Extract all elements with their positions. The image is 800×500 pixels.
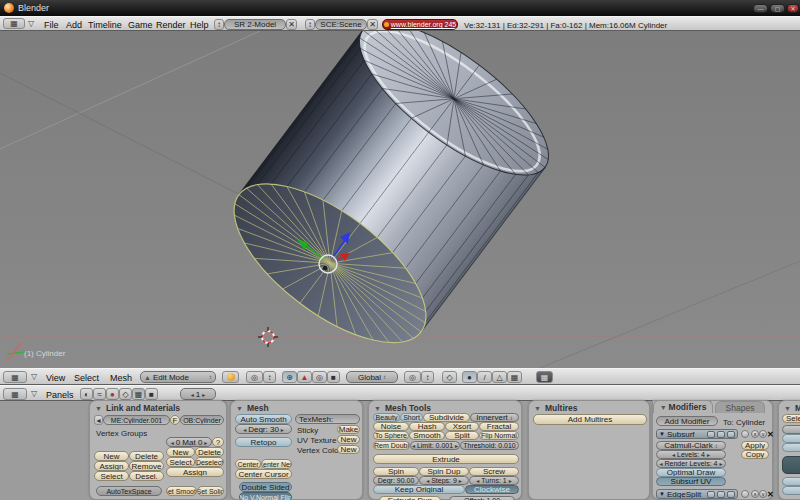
snap-icon[interactable]: ◇ [442, 371, 457, 383]
edgesplit-moveup-icon[interactable]: ∧ [751, 490, 759, 498]
to-sphere-button[interactable]: To Sphere [373, 431, 409, 440]
context-editing-icon[interactable]: ▦ [132, 388, 145, 400]
menu-mesh[interactable]: Mesh [110, 373, 132, 383]
menu-select[interactable]: Select [74, 373, 99, 383]
menu-file[interactable]: File [44, 20, 59, 30]
frame-increment-icon[interactable]: ▸ [202, 391, 205, 398]
rem-doubles-button[interactable]: Rem Doubl [373, 441, 410, 450]
no-vnormal-flip-toggle[interactable]: No V.Normal Flip [239, 492, 292, 500]
partial-toggle-4[interactable] [782, 486, 800, 495]
draw-type-icon[interactable] [222, 371, 239, 383]
xsort-button[interactable]: Xsort [445, 422, 479, 431]
subsurf-delete-icon[interactable]: ✕ [767, 430, 774, 439]
subsurf-apply-button[interactable]: Apply [741, 441, 769, 450]
panel-multires-header[interactable]: ▼ Multires [534, 403, 578, 413]
minimize-button[interactable]: — [753, 4, 768, 13]
close-button[interactable]: ✕ [787, 4, 799, 13]
pivot-dropdown-icon[interactable]: ↕ [263, 371, 276, 383]
screw-button[interactable]: Screw [469, 467, 519, 476]
edgesplit-delete-icon[interactable]: ✕ [767, 490, 774, 499]
vgroup-remove-button[interactable]: Remove [129, 461, 164, 471]
auto-smooth-toggle[interactable]: Auto Smooth [235, 414, 292, 424]
context-script-icon[interactable]: ≈ [93, 388, 106, 400]
smooth-button[interactable]: Smooth [409, 431, 445, 440]
edgesplit-movedown-icon[interactable]: ∨ [759, 490, 767, 498]
keep-original-toggle[interactable]: Keep Original [373, 485, 465, 494]
menu-add[interactable]: Add [66, 20, 82, 30]
mat-decrement-icon[interactable]: ◂ [171, 439, 174, 446]
subsurf-type-selector[interactable]: Catmull-Clark ↕ [656, 441, 726, 450]
noise-button[interactable]: Noise [373, 422, 409, 431]
mesh-browse-icon[interactable]: ◂ [94, 415, 103, 425]
set-smooth-button[interactable]: Set Smooth [166, 486, 197, 496]
vgroup-select-button[interactable]: Select [94, 471, 129, 481]
manipulator-scale-icon[interactable]: ■ [327, 371, 340, 383]
pivot-selector-icon[interactable]: ◎ [246, 371, 263, 383]
subsurf-cage-icon[interactable] [741, 430, 749, 438]
autotexspace-toggle[interactable]: AutoTexSpace [96, 486, 162, 496]
center-new-button[interactable]: Center New [261, 459, 292, 469]
mode-selector[interactable]: ▲ Edit Mode ↕ [140, 371, 216, 383]
vcol-new-button[interactable]: New [337, 445, 360, 454]
context-shading-icon[interactable]: ● [106, 388, 119, 400]
limit-field[interactable]: ◂ Limit: 0.001 ▸ [410, 441, 460, 450]
modifier-realtime-icon[interactable] [717, 431, 725, 438]
mat-deselect-button[interactable]: Deselect [195, 457, 224, 467]
frame-decrement-icon[interactable]: ◂ [191, 391, 194, 398]
subsurf-levels-field[interactable]: ◂ Levels: 4 ▸ [656, 450, 726, 459]
split-button[interactable]: Split [445, 431, 479, 440]
short-toggle[interactable]: Short [400, 413, 423, 422]
optimal-draw-toggle[interactable]: Optimal Draw [656, 468, 726, 477]
object-name-field[interactable]: OB:Cylinder [180, 415, 224, 425]
subdivide-button[interactable]: Subdivide [423, 413, 470, 422]
version-button[interactable]: www.blender.org 245 [382, 19, 458, 30]
degr-field[interactable]: ◂ Degr: 30 ▸ [235, 424, 292, 434]
edgesplit-cage-icon[interactable] [741, 490, 749, 498]
center-cursor-button[interactable]: Center Cursor [235, 469, 292, 479]
screen-selector[interactable]: SR 2-Model [224, 19, 286, 30]
view3d-window-type-icon[interactable]: ▦ [3, 371, 27, 383]
manipulator-toggle-icon[interactable]: ⊕ [282, 371, 297, 383]
proportional-edit-icon[interactable]: ◎ [404, 371, 421, 383]
partial-field-1[interactable] [782, 425, 800, 434]
orientation-selector[interactable]: Global ↕ [346, 371, 398, 383]
context-object-icon[interactable]: ◇ [119, 388, 132, 400]
sticky-make-button[interactable]: Make [337, 425, 360, 434]
spin-button[interactable]: Spin [373, 467, 419, 476]
set-solid-button[interactable]: Set Solid [197, 486, 224, 496]
mat-delete-button[interactable]: Delete [195, 447, 224, 457]
render-preview-icon[interactable]: ▦ [536, 371, 553, 383]
vgroup-delete-button[interactable]: Delete [129, 451, 164, 461]
vgroup-assign-button[interactable]: Assign [94, 461, 129, 471]
extrude-button[interactable]: Extrude [373, 454, 519, 464]
buttons-window-type-icon[interactable]: ▦ [3, 388, 27, 400]
modifier-expand-icon[interactable]: ▼ [659, 491, 665, 497]
edgesplit-modifier-strip[interactable]: ▼ EdgeSplit [656, 489, 738, 499]
mesh-name-field[interactable]: ME:Cylinder.001 [103, 415, 170, 425]
levels-decrement-icon[interactable]: ◂ [672, 451, 675, 458]
scene-selector[interactable]: SCE:Scene [315, 19, 367, 30]
buttons-collapse-icon[interactable]: ▽ [31, 389, 37, 398]
panel-link-materials-header[interactable]: ▼ Link and Materials [95, 403, 180, 413]
context-scene-icon[interactable]: ■ [145, 388, 158, 400]
modifier-realtime-icon[interactable] [717, 491, 725, 498]
occlude-toggle-icon[interactable]: ▦ [507, 371, 522, 383]
modifier-render-icon[interactable] [707, 431, 715, 438]
partial-toggle-1[interactable] [782, 434, 800, 443]
screen-delete-icon[interactable]: ✕ [286, 19, 297, 30]
select-face-icon[interactable]: △ [492, 371, 507, 383]
mat-select-button[interactable]: Select [166, 457, 195, 467]
view3d-collapse-icon[interactable]: ▽ [31, 372, 37, 381]
partial-select-button[interactable]: Sele [782, 414, 800, 423]
menu-timeline[interactable]: Timeline [88, 20, 122, 30]
vgroup-new-button[interactable]: New [94, 451, 129, 461]
scene-delete-icon[interactable]: ✕ [367, 19, 378, 30]
menu-render[interactable]: Render [156, 20, 186, 30]
add-multires-button[interactable]: Add Multires [533, 414, 647, 425]
hash-button[interactable]: Hash [409, 422, 445, 431]
spin-degr-field[interactable]: Degr: 90.00 [373, 476, 419, 485]
degr-increment-icon[interactable]: ▸ [281, 426, 284, 433]
panels-menu[interactable]: Panels [46, 390, 74, 400]
material-help-button[interactable]: ? [212, 437, 224, 447]
limit-decrement-icon[interactable]: ◂ [412, 442, 415, 449]
